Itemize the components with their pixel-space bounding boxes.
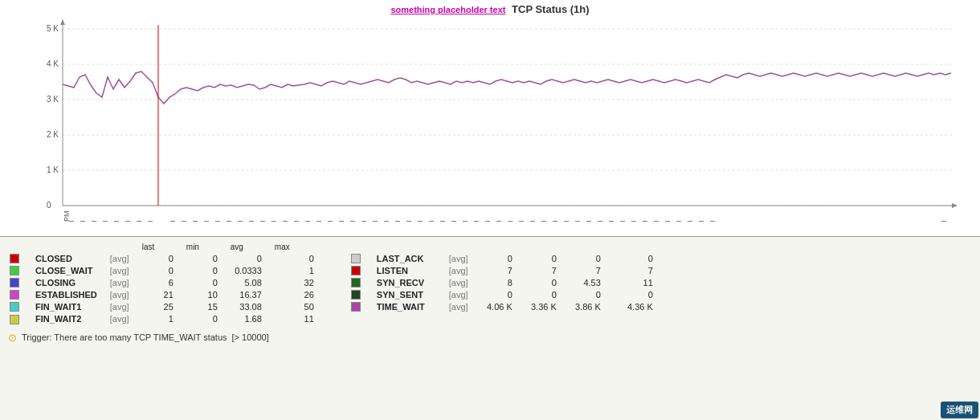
chart-title-text: TCP Status (1h) [512, 3, 590, 15]
legend-type: [avg] [447, 300, 480, 312]
svg-text:05:39 PM: 05:39 PM [596, 220, 604, 222]
svg-text:05:18 PM: 05:18 PM [360, 220, 368, 222]
trigger-text: Trigger: There are too many TCP TIME_WAI… [22, 332, 227, 342]
svg-text:04:59 PM: 04:59 PM [146, 220, 154, 222]
legend-avg: 1.68 [229, 312, 273, 324]
legend-name: TIME_WAIT [375, 300, 447, 312]
x-label-start: 12/04 04:50 PM [63, 210, 71, 222]
legend-avg: 0.0333 [229, 264, 273, 276]
legend-max: 0 [612, 252, 664, 264]
legend-type: [avg] [447, 252, 480, 264]
col-max: max [273, 242, 325, 252]
legend-min: 3.36 K [524, 300, 568, 312]
svg-text:05:33 PM: 05:33 PM [529, 220, 537, 222]
legend-max: 4.36 K [612, 300, 664, 312]
legend-color-cell [349, 264, 375, 276]
legend-type: [avg] [447, 288, 480, 300]
svg-text:05:01 PM: 05:01 PM [169, 220, 177, 222]
svg-text:05:12 PM: 05:12 PM [292, 220, 300, 222]
legend-min: 7 [524, 264, 568, 276]
legend-name: CLOSE_WAIT [34, 264, 108, 276]
legend-min: 0 [185, 264, 229, 276]
legend-name: LISTEN [375, 264, 447, 276]
y-label-4k: 4 K [47, 59, 59, 68]
legend-type: [avg] [447, 264, 480, 276]
legend-name: SYN_RECV [375, 276, 447, 288]
legend-avg: 33.08 [229, 300, 273, 312]
main-container: something placeholder text TCP Status (1… [0, 0, 980, 420]
svg-text:04:56 PM: 04:56 PM [112, 220, 120, 222]
legend-avg: 0 [229, 252, 273, 264]
y-label-0: 0 [47, 201, 51, 210]
svg-marker-9 [60, 19, 65, 25]
legend-name: FIN_WAIT1 [34, 300, 108, 312]
legend-avg: 4.53 [568, 276, 612, 288]
legend-type: [avg] [447, 276, 480, 288]
svg-text:05:05 PM: 05:05 PM [214, 220, 222, 222]
legend-avg: 16.37 [229, 288, 273, 300]
legend-last: 1 [141, 312, 185, 324]
legend-last: 21 [141, 288, 185, 300]
svg-text:05:24 PM: 05:24 PM [427, 220, 435, 222]
legend-color-cell [8, 276, 34, 288]
y-label-2k: 2 K [47, 130, 59, 139]
legend-max: 0 [273, 252, 325, 264]
legend-table: last min avg max CLOSED [avg] 0 0 0 0 LA… [0, 237, 980, 328]
legend-max: 32 [273, 276, 325, 288]
svg-text:04:53 PM: 04:53 PM [79, 220, 87, 222]
legend-name: SYN_SENT [375, 288, 447, 300]
svg-text:05:03 PM: 05:03 PM [191, 220, 199, 222]
svg-text:04:54 PM: 04:54 PM [90, 220, 98, 222]
svg-marker-8 [952, 203, 958, 208]
svg-text:05:23 PM: 05:23 PM [416, 220, 424, 222]
legend-min: 0 [524, 276, 568, 288]
legend-type: [avg] [108, 288, 141, 300]
chart-title: something placeholder text TCP Status (1… [0, 0, 980, 17]
chart-title-link[interactable]: something placeholder text [390, 5, 505, 14]
legend-max: 1 [273, 264, 325, 276]
legend-max: 11 [612, 276, 664, 288]
legend-last: 0 [480, 288, 524, 300]
col-avg: avg [229, 242, 273, 252]
col-last: last [141, 242, 185, 252]
svg-text:05:16 PM: 05:16 PM [337, 220, 345, 222]
legend-type: [avg] [108, 312, 141, 324]
legend-last: 0 [480, 252, 524, 264]
legend-type: [avg] [108, 252, 141, 264]
legend-last: 25 [141, 300, 185, 312]
trigger-icon: ⊙ [8, 332, 17, 344]
svg-text:05:29 PM: 05:29 PM [484, 220, 492, 222]
svg-text:05:21 PM: 05:21 PM [394, 220, 402, 222]
svg-text:05:22 PM: 05:22 PM [405, 220, 413, 222]
legend-name: FIN_WAIT2 [34, 312, 108, 324]
svg-text:05:42 PM: 05:42 PM [630, 220, 638, 222]
legend-min: 15 [185, 300, 229, 312]
svg-text:05:07 PM: 05:07 PM [236, 220, 244, 222]
svg-text:05:11 PM: 05:11 PM [281, 220, 289, 222]
svg-text:05:28 PM: 05:28 PM [472, 220, 480, 222]
legend-name: LAST_ACK [375, 252, 447, 264]
svg-text:05:27 PM: 05:27 PM [461, 220, 469, 222]
svg-text:05:38 PM: 05:38 PM [585, 220, 593, 222]
legend-name: CLOSING [34, 276, 108, 288]
legend-last: 6 [141, 276, 185, 288]
svg-text:05:15 PM: 05:15 PM [326, 220, 334, 222]
svg-text:05:20 PM: 05:20 PM [382, 220, 390, 222]
legend-color-cell [349, 288, 375, 300]
svg-text:05:30 PM: 05:30 PM [495, 220, 503, 222]
svg-text:05:45 PM: 05:45 PM [664, 220, 672, 222]
legend-color-cell [8, 312, 34, 324]
legend-type: [avg] [108, 264, 141, 276]
svg-text:05:04 PM: 05:04 PM [202, 220, 210, 222]
svg-text:05:43 PM: 05:43 PM [641, 220, 649, 222]
legend-type: [avg] [108, 300, 141, 312]
legend-color-cell [349, 276, 375, 288]
legend-type: [avg] [108, 276, 141, 288]
legend-last: 0 [141, 264, 185, 276]
svg-text:05:06 PM: 05:06 PM [225, 220, 233, 222]
legend-color-cell [8, 252, 34, 264]
svg-text:04:55 PM: 04:55 PM [101, 220, 109, 222]
legend-max: 11 [273, 312, 325, 324]
legend-max: 26 [273, 288, 325, 300]
svg-text:05:31 PM: 05:31 PM [506, 220, 514, 222]
